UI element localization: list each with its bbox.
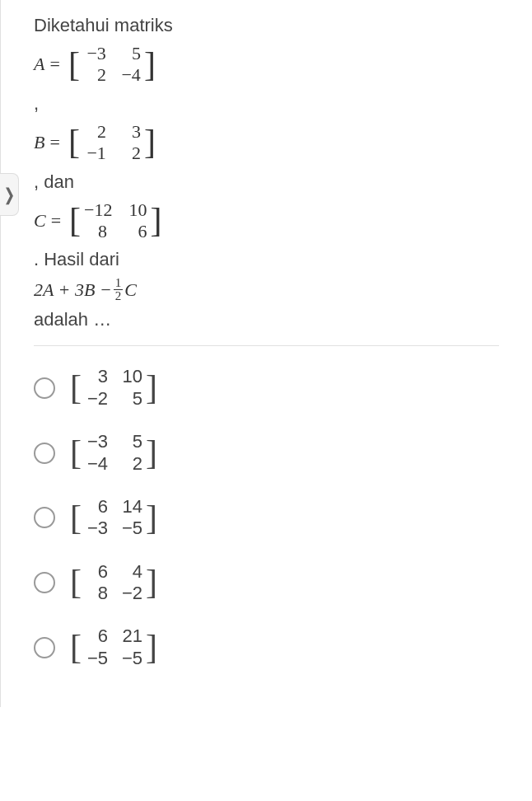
adalah-text: adalah …	[34, 309, 499, 330]
matrix-b-definition: B = [ 2 3 −1 2 ]	[34, 121, 499, 165]
option-matrix: [ 6 4 8 −2 ]	[70, 561, 157, 605]
option-5[interactable]: [ 6 21 −5 −5 ]	[34, 625, 499, 669]
prev-nav-tab[interactable]: ❭	[0, 173, 19, 216]
expression: 2A + 3B − 1 2 C	[34, 277, 499, 302]
matrix-a-definition: A = [ −3 5 2 −4 ]	[34, 43, 499, 87]
option-matrix: [ 6 14 −3 −5 ]	[70, 496, 157, 540]
matrix-c-label: C	[34, 210, 46, 232]
option-matrix: [ 3 10 −2 5 ]	[70, 366, 157, 410]
expression-part2: C	[124, 279, 137, 301]
comma-separator: ,	[34, 93, 499, 115]
option-2[interactable]: [ −3 5 −4 2 ]	[34, 431, 499, 475]
chevron-right-icon: ❭	[2, 185, 16, 204]
hasil-text: . Hasil dari	[34, 249, 499, 270]
question-body: Diketahui matriks A = [ −3 5 2 −4 ]	[0, 0, 532, 707]
option-matrix: [ −3 5 −4 2 ]	[70, 431, 157, 475]
dan-text: , dan	[34, 171, 499, 193]
divider	[34, 345, 499, 346]
fraction-half: 1 2	[114, 277, 124, 302]
equals-sign: =	[49, 54, 59, 75]
option-matrix: [ 6 21 −5 −5 ]	[70, 625, 157, 669]
options-list: [ 3 10 −2 5 ]	[34, 366, 499, 669]
matrix-a: [ −3 5 2 −4 ]	[68, 43, 156, 87]
expression-part1: 2A + 3B −	[34, 279, 112, 301]
matrix-c: [ −12 10 8 6 ]	[69, 199, 161, 243]
radio-icon	[34, 377, 55, 399]
question-intro: Diketahui matriks	[34, 15, 499, 36]
radio-icon	[34, 637, 55, 658]
radio-icon	[34, 507, 55, 528]
matrix-a-label: A	[34, 54, 44, 75]
matrix-b: [ 2 3 −1 2 ]	[68, 121, 156, 165]
option-1[interactable]: [ 3 10 −2 5 ]	[34, 366, 499, 410]
matrix-c-definition: C = [ −12 10 8 6 ]	[34, 199, 499, 243]
radio-icon	[34, 572, 55, 593]
radio-icon	[34, 443, 55, 464]
equals-sign: =	[49, 132, 59, 153]
matrix-b-label: B	[34, 132, 44, 153]
option-3[interactable]: [ 6 14 −3 −5 ]	[34, 496, 499, 540]
equals-sign: =	[51, 210, 61, 232]
option-4[interactable]: [ 6 4 8 −2 ]	[34, 561, 499, 605]
